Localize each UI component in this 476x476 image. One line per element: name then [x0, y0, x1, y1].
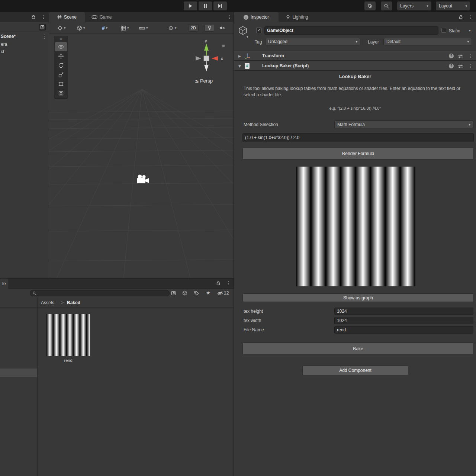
tool-settings-dropdown[interactable]: ▾ — [57, 25, 66, 31]
step-button[interactable] — [213, 1, 227, 10]
scene-viewport[interactable]: ≡ — [49, 33, 234, 278]
view-tool-button[interactable] — [55, 42, 67, 51]
lock-icon[interactable] — [31, 15, 36, 19]
presets-icon[interactable] — [458, 54, 463, 58]
panel-menu-icon[interactable]: ⋮ — [227, 14, 232, 19]
eye-slash-icon — [217, 291, 223, 296]
undo-history-button[interactable] — [364, 1, 376, 10]
icon-picker-chevron[interactable]: ▾ — [247, 35, 248, 39]
asset-label[interactable]: rend — [46, 358, 90, 363]
camera-object-icon[interactable] — [136, 174, 149, 184]
grid-visibility-dropdown[interactable]: # ▾ — [102, 25, 107, 31]
hidden-count: 12 — [224, 290, 229, 296]
asset-thumbnail[interactable] — [46, 314, 90, 356]
formula-input[interactable]: (1.0 + sin(1.0+x*32.0)) / 2.0 — [242, 133, 474, 142]
main-toolbar: Layers ▾ Layout ▾ — [0, 0, 476, 12]
layer-dropdown[interactable]: Default ▾ — [383, 38, 472, 45]
scene-toolbar: ▾ ▾ # ▾ ▾ ▾ — [49, 22, 234, 33]
persp-toggle[interactable]: ≤ Persp — [195, 78, 213, 84]
scene-menu-icon[interactable]: ⋮ — [42, 34, 47, 39]
hierarchy-filter-button[interactable] — [39, 24, 46, 30]
layout-label: Layout — [439, 3, 452, 9]
tab-game[interactable]: Game — [85, 12, 118, 22]
show-as-graph-button[interactable]: Show as graph — [242, 293, 474, 302]
pivot-dropdown[interactable]: ▾ — [77, 25, 85, 31]
pause-button[interactable] — [199, 1, 212, 10]
play-button[interactable] — [184, 1, 197, 10]
scene-audio-toggle[interactable] — [219, 25, 225, 31]
static-chevron[interactable]: ▾ — [469, 29, 471, 32]
layers-dropdown[interactable]: Layers ▾ — [397, 1, 431, 10]
selected-folder-row[interactable] — [0, 369, 37, 377]
cube-icon — [77, 25, 82, 31]
help-icon[interactable]: ? — [449, 54, 454, 58]
static-checkbox[interactable] — [441, 28, 446, 33]
breadcrumb-current[interactable]: Baked — [67, 300, 80, 305]
label-filter-icon[interactable] — [194, 291, 199, 296]
add-component-button[interactable]: Add Component — [302, 366, 408, 375]
move-tool-button[interactable] — [54, 51, 68, 61]
ruler-icon — [139, 26, 145, 30]
hierarchy-item[interactable]: ct — [0, 48, 49, 55]
type-filter-icon[interactable] — [182, 290, 187, 296]
file-name-input[interactable]: rend — [334, 326, 473, 334]
open-in-window-icon[interactable] — [171, 291, 176, 296]
history-icon — [367, 3, 373, 9]
tex-width-label: tex width — [244, 318, 261, 323]
tab-project-partial[interactable]: le — [0, 279, 8, 289]
transform-tool-icon — [58, 90, 64, 96]
scene-panel: Scene Game ⋮ ▾ ▾ # — [49, 12, 234, 278]
transform-header[interactable]: ▶ Transform ? ⋮ — [234, 51, 476, 61]
tab-inspector[interactable]: i Inspector — [234, 12, 279, 22]
gameobject-name-input[interactable]: GameObject — [264, 26, 438, 35]
units-dropdown[interactable]: ▾ — [139, 25, 148, 31]
gameobject-active-checkbox[interactable]: ✓ — [256, 28, 262, 33]
snap-dropdown[interactable]: ▾ — [120, 25, 129, 31]
panel-menu-icon[interactable]: ⋮ — [468, 14, 473, 19]
palette-drag-handle[interactable]: ≡ — [54, 36, 68, 42]
hierarchy-item[interactable]: era — [0, 41, 49, 48]
layout-dropdown[interactable]: Layout ▾ — [436, 1, 470, 10]
bake-button[interactable]: Bake — [242, 342, 474, 355]
hierarchy-scene-row[interactable]: Scene* ⋮ — [0, 33, 49, 40]
method-selection-dropdown[interactable]: Math Formula ▾ — [334, 120, 473, 128]
chevron-down-icon: ▾ — [356, 40, 357, 44]
presets-icon[interactable] — [458, 64, 463, 68]
transform-tool-button[interactable] — [54, 89, 68, 98]
lock-icon[interactable] — [459, 15, 463, 19]
help-icon[interactable]: ? — [449, 64, 454, 68]
rotate-tool-button[interactable] — [54, 61, 68, 70]
project-toolbar: ★ 12 — [0, 289, 234, 298]
tex-width-input[interactable]: 1024 — [334, 317, 473, 324]
tex-height-input[interactable]: 1024 — [334, 308, 473, 315]
search-button[interactable] — [381, 1, 392, 10]
component-menu-icon[interactable]: ⋮ — [468, 53, 473, 58]
panel-menu-icon[interactable]: ⋮ — [41, 14, 46, 19]
tab-game-label: Game — [100, 15, 112, 20]
render-formula-button[interactable]: Render Formula — [242, 148, 474, 160]
hierarchy-item-label: ct — [1, 49, 4, 54]
rect-tool-button[interactable] — [54, 79, 68, 89]
lock-icon[interactable] — [216, 281, 221, 286]
scene-orientation-gizmo[interactable]: y x — [190, 37, 231, 74]
lookup-baker-header[interactable]: ▼ # Lookup Baker (Script) ? ⋮ — [234, 61, 476, 71]
foldout-collapsed-icon[interactable]: ▶ — [238, 54, 241, 58]
breadcrumb-root[interactable]: Assets — [41, 300, 54, 305]
transform-component-icon — [244, 53, 250, 59]
component-menu-icon[interactable]: ⋮ — [468, 63, 473, 68]
gameobject-cube-icon[interactable] — [238, 25, 248, 36]
tag-dropdown[interactable]: Untagged ▾ — [265, 38, 360, 45]
hidden-count-toggle[interactable]: 12 — [217, 290, 229, 296]
scale-tool-button[interactable] — [54, 70, 68, 79]
scene-lighting-toggle[interactable] — [205, 24, 214, 32]
chevron-down-icon: ▾ — [146, 26, 148, 30]
tex-width-value: 1024 — [337, 318, 347, 323]
gizmos-dropdown[interactable]: ▾ — [168, 25, 177, 31]
project-search-input[interactable] — [30, 290, 170, 296]
foldout-expanded-icon[interactable]: ▼ — [238, 64, 241, 68]
tab-scene[interactable]: Scene — [49, 12, 85, 22]
tab-lighting[interactable]: Lighting — [279, 12, 316, 22]
favorites-star-icon[interactable]: ★ — [206, 290, 210, 296]
panel-menu-icon[interactable]: ⋮ — [226, 280, 231, 286]
2d-toggle-button[interactable]: 2D — [188, 24, 199, 32]
